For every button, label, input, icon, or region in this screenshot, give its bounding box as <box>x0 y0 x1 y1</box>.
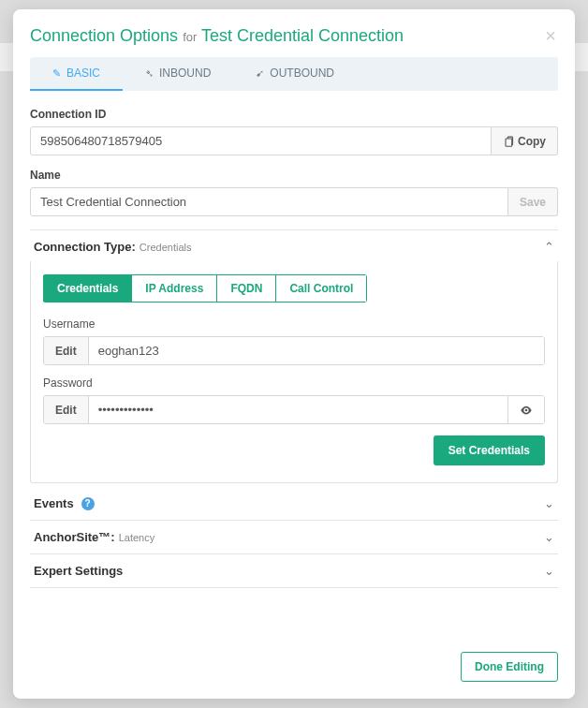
save-label: Save <box>520 196 546 209</box>
expert-settings-label: Expert Settings <box>34 564 123 578</box>
chevron-down-icon: ⌄ <box>544 530 554 544</box>
events-label: Events <box>34 496 74 510</box>
chevron-up-icon: ⌃ <box>544 240 554 254</box>
password-label: Password <box>43 376 545 390</box>
subtab-fqdn[interactable]: FQDN <box>216 274 275 302</box>
set-credentials-button[interactable]: Set Credentials <box>434 435 545 465</box>
tab-outbound-label: OUTBOUND <box>270 66 334 80</box>
connection-options-modal: Connection Options for Test Credential C… <box>13 9 575 699</box>
connection-type-tabs: Credentials IP Address FQDN Call Control <box>43 274 367 302</box>
name-group: Name Save <box>30 169 558 216</box>
modal-title: Connection Options for Test Credential C… <box>30 26 404 46</box>
close-button[interactable]: × <box>536 26 556 45</box>
events-title: Events ? <box>34 496 95 510</box>
name-input[interactable] <box>30 187 508 216</box>
chevron-down-icon: ⌄ <box>544 564 554 578</box>
connection-type-title: Connection Type: Credentials <box>34 240 191 254</box>
password-edit-button[interactable]: Edit <box>44 396 89 423</box>
inbound-icon: ➴ <box>145 67 154 80</box>
help-icon[interactable]: ? <box>81 497 95 510</box>
connection-type-header[interactable]: Connection Type: Credentials ⌃ <box>30 229 558 261</box>
svg-rect-0 <box>506 139 512 146</box>
password-field: Password Edit <box>43 376 545 424</box>
done-editing-button[interactable]: Done Editing <box>461 652 558 682</box>
expert-settings-header[interactable]: Expert Settings ⌄ <box>30 554 558 588</box>
subtab-ip-address[interactable]: IP Address <box>131 274 216 302</box>
password-input[interactable] <box>89 396 507 423</box>
connection-type-body: Credentials IP Address FQDN Call Control… <box>30 261 558 483</box>
connection-type-label: Connection Type: <box>34 240 136 254</box>
pencil-icon: ✎ <box>52 67 61 80</box>
anchorsite-value: Latency <box>119 532 155 543</box>
username-label: Username <box>43 317 545 331</box>
tab-basic-label: BASIC <box>66 66 100 80</box>
copy-button[interactable]: Copy <box>492 126 558 155</box>
copy-label: Copy <box>518 135 546 148</box>
title-prefix: Connection Options <box>30 26 178 45</box>
anchorsite-header[interactable]: AnchorSite™: Latency ⌄ <box>30 521 558 554</box>
anchorsite-title: AnchorSite™: Latency <box>34 530 154 544</box>
modal-body: ✎ BASIC ➴ INBOUND ➹ OUTBOUND Connection … <box>13 57 575 641</box>
modal-footer: Done Editing <box>13 641 575 699</box>
copy-icon <box>503 136 514 147</box>
tab-inbound[interactable]: ➴ INBOUND <box>123 57 233 91</box>
title-connection-name: Test Credential Connection <box>201 26 404 45</box>
name-label: Name <box>30 169 558 182</box>
top-tabs: ✎ BASIC ➴ INBOUND ➹ OUTBOUND <box>30 57 558 91</box>
tab-inbound-label: INBOUND <box>159 66 211 80</box>
username-field: Username Edit <box>43 317 545 365</box>
chevron-down-icon: ⌄ <box>544 496 554 510</box>
tab-basic[interactable]: ✎ BASIC <box>30 57 123 91</box>
modal-header: Connection Options for Test Credential C… <box>13 9 575 57</box>
title-for: for <box>183 30 197 44</box>
expert-settings-title: Expert Settings <box>34 564 123 578</box>
eye-icon <box>520 404 533 417</box>
connection-id-group: Connection ID Copy <box>30 108 558 155</box>
username-edit-button[interactable]: Edit <box>44 337 89 364</box>
username-input[interactable] <box>89 337 544 364</box>
events-header[interactable]: Events ? ⌄ <box>30 487 558 521</box>
toggle-password-visibility[interactable] <box>507 396 544 423</box>
connection-id-input[interactable] <box>30 126 492 155</box>
save-name-button[interactable]: Save <box>508 187 558 216</box>
tab-outbound[interactable]: ➹ OUTBOUND <box>233 57 357 91</box>
subtab-credentials[interactable]: Credentials <box>43 274 131 302</box>
subtab-call-control[interactable]: Call Control <box>275 274 367 302</box>
connection-id-label: Connection ID <box>30 108 558 121</box>
anchorsite-label: AnchorSite™: <box>34 530 115 544</box>
connection-type-value: Credentials <box>140 242 192 253</box>
outbound-icon: ➹ <box>256 67 264 80</box>
